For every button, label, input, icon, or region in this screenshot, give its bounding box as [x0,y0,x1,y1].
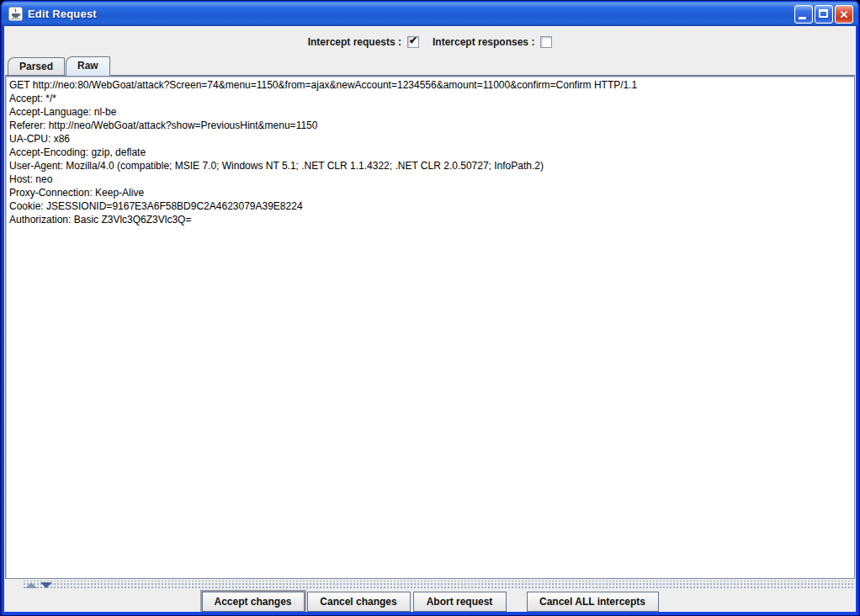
abort-request-button[interactable]: Abort request [413,592,507,612]
maximize-button[interactable] [815,5,833,24]
maximize-icon [819,9,828,18]
close-button[interactable]: ✕ [835,5,853,24]
cancel-changes-button[interactable]: Cancel changes [307,592,411,612]
tab-parsed[interactable]: Parsed [8,57,65,75]
action-buttons: Accept changes Cancel changes Abort requ… [4,592,856,612]
window-title: Edit Request [28,8,97,20]
check-icon: ✔ [409,35,417,46]
raw-request-textarea[interactable]: GET http://neo:80/WebGoat/attack?Screen=… [5,76,855,579]
edit-request-window: Edit Request ✕ Intercept requests : ✔ In… [0,0,860,616]
java-cup-icon[interactable] [8,7,23,21]
intercept-requests-checkbox[interactable]: ✔ [407,36,419,48]
request-line: UA-CPU: x86 [9,132,852,146]
request-line: Accept: */* [9,92,852,105]
collapse-down-icon[interactable] [40,582,52,588]
accept-changes-button[interactable]: Accept changes [202,592,305,612]
request-line: Authorization: Basic Z3Vlc3Q6Z3Vlc3Q= [9,213,852,226]
minimize-icon [799,17,806,19]
tab-raw[interactable]: Raw [66,56,110,76]
intercept-responses-checkbox[interactable] [540,36,552,48]
dialog-content: Intercept requests : ✔ Intercept respons… [4,26,856,612]
minimize-button[interactable] [794,5,813,24]
request-line: Cookie: JSESSIONID=9167E3A6F58BD9C2A4623… [9,199,852,213]
request-view-tabs: Parsed Raw [5,56,855,76]
request-line: Proxy-Connection: Keep-Alive [9,186,852,199]
request-line: GET http://neo:80/WebGoat/attack?Screen=… [9,78,852,92]
request-line: Referer: http://neo/WebGoat/attack?show=… [9,119,852,132]
intercept-options-bar: Intercept requests : ✔ Intercept respons… [4,30,856,54]
cancel-all-intercepts-button[interactable]: Cancel ALL intercepts [527,592,659,612]
intercept-responses-label: Intercept responses : [433,36,534,48]
request-line: User-Agent: Mozilla/4.0 (compatible; MSI… [9,159,852,173]
close-icon: ✕ [836,6,852,23]
split-divider[interactable] [5,581,855,590]
intercept-requests-label: Intercept requests : [308,36,401,48]
collapse-up-icon[interactable] [25,582,37,588]
window-controls: ✕ [794,5,853,24]
title-bar: Edit Request ✕ [2,2,858,26]
request-line: Accept-Encoding: gzip, deflate [9,146,852,159]
request-line: Host: neo [9,173,852,186]
request-line: Accept-Language: nl-be [9,105,852,119]
